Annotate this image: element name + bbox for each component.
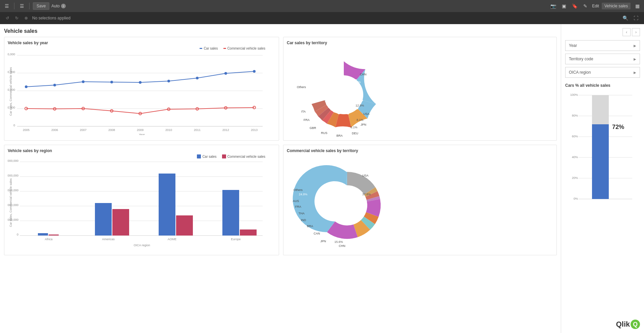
filter-year[interactable]: Year ▶	[565, 40, 640, 51]
svg-point-19	[224, 72, 227, 75]
svg-text:2008: 2008	[108, 128, 115, 132]
bar-chart-svg: Car sales, Commercial vehicle sales 250,…	[8, 156, 269, 251]
svg-text:20%: 20%	[572, 176, 578, 180]
nav-arrows: ‹ ›	[565, 28, 640, 36]
svg-text:37.8%: 37.8%	[362, 193, 371, 196]
svg-text:CHN: CHN	[360, 73, 367, 76]
qlik-logo: Qlik Q	[565, 320, 640, 329]
info-icon: i	[61, 4, 66, 8]
svg-text:AUS: AUS	[293, 199, 299, 203]
svg-text:24.8%: 24.8%	[299, 193, 308, 196]
svg-text:Africa: Africa	[45, 238, 52, 241]
svg-text:2005: 2005	[23, 128, 30, 132]
svg-text:Americas: Americas	[102, 238, 115, 241]
menu-icon[interactable]: ☰	[3, 2, 11, 10]
svg-text:50,000,000: 50,000,000	[8, 218, 18, 221]
svg-point-82	[328, 186, 367, 225]
filter-oica-label: OICA region	[569, 70, 591, 75]
donut-chart-top-panel: Car sales by territory	[283, 37, 557, 141]
svg-text:Others: Others	[293, 188, 303, 192]
donut-chart-top-title: Car sales by territory	[287, 41, 553, 45]
donut-chart-bottom-title: Commercial vehicle sales by territory	[287, 148, 553, 153]
svg-point-15	[110, 81, 113, 83]
svg-text:0: 0	[13, 124, 15, 127]
selection-bar: ↺ ↻ ⊗ No selections applied 🔍 ⛶	[0, 12, 644, 24]
fullscreen-icon[interactable]: ⛶	[632, 14, 640, 22]
forward-icon[interactable]: ↻	[13, 15, 20, 21]
filter-territory[interactable]: Territory code ▶	[565, 54, 640, 64]
svg-text:150,000,000: 150,000,000	[8, 189, 18, 192]
svg-text:100%: 100%	[570, 93, 578, 96]
view-icon[interactable]: ▦	[633, 2, 641, 10]
next-arrow[interactable]: ›	[632, 28, 640, 36]
bar-chart-panel: Vehicle sales by region Car sales Commer…	[4, 145, 279, 255]
svg-text:RUS: RUS	[321, 131, 327, 135]
svg-text:2006: 2006	[51, 128, 58, 132]
auto-text: Auto	[51, 4, 60, 8]
svg-text:BRA: BRA	[336, 134, 343, 137]
cars-pct-title: Cars % all vehicle sales	[565, 83, 640, 88]
legend-bar-car: Car sales	[197, 154, 216, 158]
svg-text:CHN: CHN	[339, 244, 345, 248]
svg-point-12	[25, 85, 28, 88]
prev-arrow[interactable]: ‹	[623, 28, 631, 36]
svg-text:33%: 33%	[314, 92, 320, 95]
cars-pct-chart: 100% 80% 60% 40% 20% 0% 72%	[565, 90, 640, 314]
svg-text:IND: IND	[301, 218, 306, 222]
qlik-circle: Q	[631, 320, 640, 329]
svg-text:DEU: DEU	[352, 132, 358, 135]
main-content: Vehicle sales Vehicle sales by year Car …	[0, 24, 644, 333]
list-icon[interactable]: ☰	[18, 2, 26, 10]
pen-icon[interactable]: ✎	[581, 2, 589, 10]
page-title: Vehicle sales	[4, 28, 557, 34]
cars-pct-svg: 100% 80% 60% 40% 20% 0% 72%	[565, 90, 642, 218]
svg-point-17	[167, 80, 170, 82]
svg-text:2012: 2012	[222, 128, 229, 132]
charts-top-row: Vehicle sales by year Car sales Commerci…	[4, 37, 557, 141]
svg-text:250,000,000: 250,000,000	[8, 159, 18, 162]
svg-text:80,000,000: 80,000,000	[8, 53, 15, 56]
camera-icon[interactable]: 📷	[549, 2, 557, 10]
svg-point-14	[82, 80, 85, 83]
svg-text:FRA: FRA	[304, 118, 310, 122]
search-icon[interactable]: 🔍	[621, 14, 629, 22]
save-button[interactable]: Save	[33, 2, 49, 10]
sel-right: 🔍 ⛶	[621, 14, 640, 22]
svg-text:19.7%: 19.7%	[352, 80, 361, 84]
svg-text:6.1%: 6.1%	[351, 126, 358, 129]
line-chart-title: Vehicle sales by year	[8, 41, 275, 45]
svg-text:12.9%: 12.9%	[356, 104, 364, 107]
svg-point-18	[196, 77, 199, 79]
toolbar-divider-2	[29, 3, 30, 9]
content-area: Vehicle sales Vehicle sales by year Car …	[0, 24, 561, 333]
svg-text:Year: Year	[139, 133, 145, 135]
svg-rect-75	[222, 190, 239, 236]
svg-text:BRA: BRA	[307, 224, 313, 228]
screen-icon[interactable]: ▣	[560, 2, 568, 10]
clear-icon[interactable]: ⊗	[23, 15, 30, 21]
back-icon[interactable]: ↺	[4, 15, 11, 21]
svg-point-13	[53, 84, 56, 86]
svg-text:20,000,000: 20,000,000	[8, 106, 15, 109]
sheet-name-label: Vehicle sales	[602, 3, 631, 9]
bookmark-icon[interactable]: 🔖	[571, 2, 579, 10]
auto-label: Auto i	[51, 4, 66, 8]
svg-rect-74	[176, 215, 193, 236]
filter-oica[interactable]: OICA region ▶	[565, 67, 640, 78]
toolbar: ☰ ☰ Save Auto i 📷 ▣ 🔖 ✎ Edit Vehicle sal…	[0, 0, 644, 12]
sidebar: ‹ › Year ▶ Territory code ▶ OICA region …	[561, 24, 644, 333]
svg-text:40%: 40%	[572, 155, 578, 159]
svg-text:72%: 72%	[612, 124, 624, 130]
charts-bottom-row: Vehicle sales by region Car sales Commer…	[4, 145, 557, 255]
svg-text:100,000,000: 100,000,000	[8, 203, 18, 207]
svg-rect-109	[592, 124, 609, 199]
edit-button[interactable]: Edit	[592, 4, 599, 8]
legend-bar-comm: Commercial vehicle sales	[222, 154, 265, 158]
svg-text:THA: THA	[299, 212, 305, 215]
qlik-text: Qlik	[616, 320, 630, 329]
line-chart-panel: Vehicle sales by year Car sales Commerci…	[4, 37, 279, 141]
svg-text:2010: 2010	[165, 128, 172, 132]
svg-text:15.6%: 15.6%	[334, 240, 343, 244]
svg-text:Europe: Europe	[231, 238, 240, 241]
svg-text:JPN: JPN	[361, 123, 366, 126]
